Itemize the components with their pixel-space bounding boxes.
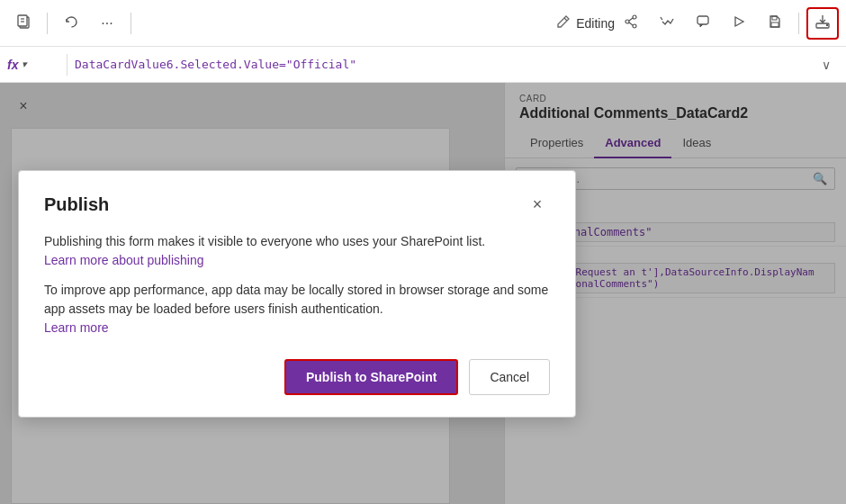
modal-overlay: Publish × Publishing this form makes it … (0, 83, 846, 504)
save-icon (768, 14, 782, 32)
learn-more-publishing-link[interactable]: Learn more about publishing (44, 253, 203, 267)
paste-icon (15, 14, 32, 33)
toolbar-divider-1 (47, 13, 48, 34)
dialog-title: Publish (44, 194, 109, 215)
edit-icon (556, 14, 571, 32)
editing-text: Editing (576, 16, 615, 31)
toolbar-divider-2 (130, 13, 131, 34)
svg-rect-1 (18, 15, 27, 26)
comments-button[interactable] (687, 7, 719, 40)
undo-icon (64, 14, 78, 32)
share-button[interactable] (615, 7, 647, 40)
formula-input[interactable]: DataCardValue6.Selected.Value="Official" (75, 58, 814, 71)
fx-dropdown[interactable]: ▾ (22, 58, 27, 70)
play-button[interactable] (723, 7, 755, 40)
fx-label: fx ▾ (7, 58, 52, 72)
publish-to-sharepoint-button[interactable]: Publish to SharePoint (284, 359, 458, 395)
toolbar-center: Editing (556, 14, 615, 32)
comments-icon (696, 14, 710, 32)
dialog-body-text1: Publishing this form makes it visible to… (44, 232, 550, 270)
share-icon (624, 14, 638, 32)
svg-point-5 (633, 15, 636, 19)
publish-button[interactable] (806, 7, 839, 40)
more-icon: ··· (101, 15, 112, 32)
undo-button[interactable] (55, 7, 87, 40)
formula-expand-button[interactable]: ∨ (814, 52, 839, 77)
editing-label: Editing (556, 14, 615, 32)
more-button[interactable]: ··· (91, 7, 123, 40)
publish-icon (814, 14, 831, 33)
formula-bar: fx ▾ DataCardValue6.Selected.Value="Offi… (0, 47, 846, 83)
cancel-button[interactable]: Cancel (469, 359, 550, 395)
diagnostics-button[interactable] (651, 7, 683, 40)
publish-dialog: Publish × Publishing this form makes it … (18, 170, 576, 418)
dialog-footer: Publish to SharePoint Cancel (44, 359, 550, 395)
save-button[interactable] (759, 7, 791, 40)
svg-rect-10 (698, 16, 708, 24)
svg-point-7 (626, 20, 629, 23)
dialog-close-button[interactable]: × (525, 193, 550, 218)
toolbar: ··· Editing (0, 0, 846, 47)
toolbar-divider-3 (798, 13, 799, 34)
main-area: × CARD Additional Comments_DataCard2 Pro… (0, 83, 846, 504)
svg-point-6 (633, 24, 636, 28)
diagnostics-icon (659, 14, 675, 33)
svg-rect-15 (826, 24, 828, 26)
svg-line-9 (629, 22, 633, 25)
learn-more-link[interactable]: Learn more (44, 320, 109, 335)
fx-text: fx (7, 58, 18, 72)
svg-line-4 (564, 18, 567, 21)
dialog-header: Publish × (44, 193, 550, 218)
svg-line-8 (629, 18, 633, 21)
formula-divider (67, 54, 68, 76)
play-icon (733, 15, 745, 32)
toolbar-right (615, 7, 839, 40)
dialog-body: Publishing this form makes it visible to… (44, 232, 550, 338)
dialog-body-text2: To improve app performance, app data may… (44, 281, 550, 338)
svg-rect-13 (771, 22, 778, 27)
toolbar-left: ··· (7, 7, 556, 40)
svg-marker-11 (735, 17, 743, 26)
paste-button[interactable] (7, 7, 40, 40)
